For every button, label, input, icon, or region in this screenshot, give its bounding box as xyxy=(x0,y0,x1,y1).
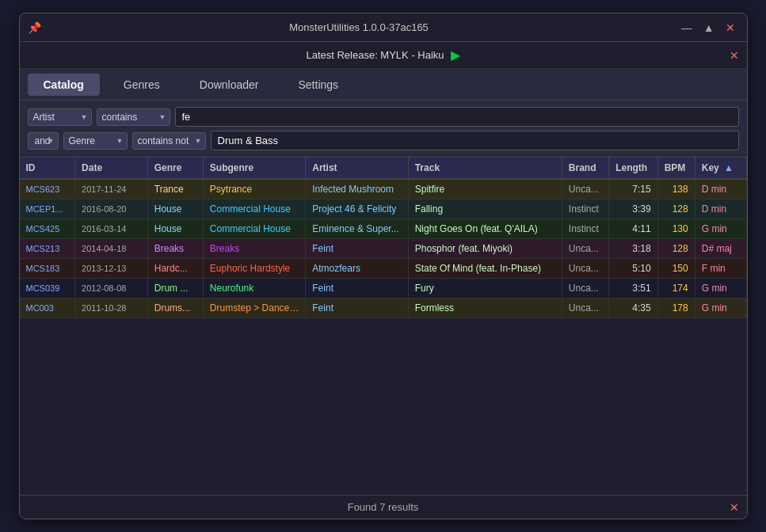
filter2-condition-select[interactable]: contains not contains equals xyxy=(132,132,206,150)
col-subgenre[interactable]: Subgenre xyxy=(203,158,305,179)
filter1-field-select[interactable]: Artist Track Genre Subgenre xyxy=(28,108,92,126)
table-row[interactable]: MCS0392012-08-08Drum ...NeurofunkFeintFu… xyxy=(20,279,747,298)
table-cell: Commercial House xyxy=(203,219,305,239)
table-cell: 174 xyxy=(657,279,695,298)
title-bar: 📌 MonsterUtilities 1.0.0-37ac165 — ▲ ✕ xyxy=(20,13,747,42)
app-title: MonsterUtilities 1.0.0-37ac165 xyxy=(289,21,429,33)
play-button[interactable]: ▶ xyxy=(451,48,460,63)
table-cell: Infected Mushroom xyxy=(306,179,408,200)
table-cell: 2014-04-18 xyxy=(75,239,148,259)
connector-wrapper: and or xyxy=(28,132,59,150)
table-cell: 3:39 xyxy=(609,200,657,219)
table-cell: 2017-11-24 xyxy=(75,179,148,200)
table-cell: House xyxy=(147,219,203,239)
table-cell: 128 xyxy=(657,239,695,259)
table-cell: Neurofunk xyxy=(203,279,305,298)
table-cell: House xyxy=(147,200,203,219)
tab-genres[interactable]: Genres xyxy=(108,74,176,96)
menu-bar: Catalog Genres Downloader Settings xyxy=(20,69,747,101)
table-cell: 138 xyxy=(657,179,695,200)
table-cell: MCS425 xyxy=(20,219,75,239)
table-cell: 2012-08-08 xyxy=(75,279,148,298)
tab-settings[interactable]: Settings xyxy=(282,74,354,96)
close-button[interactable]: ✕ xyxy=(722,20,739,36)
filter1-condition-select[interactable]: contains contains not equals xyxy=(97,108,170,126)
table-cell: Phosphor (feat. Miyoki) xyxy=(408,239,562,259)
filter1-field-wrapper: Artist Track Genre Subgenre xyxy=(28,108,92,126)
col-id[interactable]: ID xyxy=(20,158,75,179)
status-bar: Found 7 results ✕ xyxy=(20,495,747,519)
table-row[interactable]: MCS1832013-12-13Hardc...Euphoric Hardsty… xyxy=(20,259,747,279)
table-cell: Feint xyxy=(306,298,408,318)
notification-text: Latest Release: MYLK - Haiku xyxy=(306,49,444,61)
table-cell: 2013-12-13 xyxy=(75,259,148,279)
table-header-row: ID Date Genre Subgenre Artist Track Bran… xyxy=(20,158,747,179)
notification-close-button[interactable]: ✕ xyxy=(730,49,739,62)
table-cell: 5:10 xyxy=(609,259,657,279)
table-cell: 3:18 xyxy=(609,239,657,259)
filter2-field-select[interactable]: Genre Artist Track Subgenre xyxy=(63,132,128,150)
table-cell: Falling xyxy=(408,200,562,219)
table-row[interactable]: MC0032011-10-28Drums...Drumstep > Dancef… xyxy=(20,298,747,318)
table-cell: Euphoric Hardstyle xyxy=(203,259,305,279)
notification-bar: Latest Release: MYLK - Haiku ▶ ✕ xyxy=(20,42,747,69)
filter-area: Artist Track Genre Subgenre contains con… xyxy=(20,101,747,158)
table-row[interactable]: MCS2132014-04-18BreaksBreaksFeintPhospho… xyxy=(20,239,747,259)
filter2-field-wrapper: Genre Artist Track Subgenre xyxy=(63,132,128,150)
table-cell: Spitfire xyxy=(408,179,562,200)
table-cell: Unca... xyxy=(562,259,608,279)
filter1-value-input[interactable] xyxy=(175,107,739,127)
table-row[interactable]: MCEP1...2016-08-20HouseCommercial HouseP… xyxy=(20,200,747,219)
pin-icon[interactable]: 📌 xyxy=(28,21,41,34)
table-row[interactable]: MCS4252016-03-14HouseCommercial HouseEmi… xyxy=(20,219,747,239)
table-cell: Unca... xyxy=(562,179,608,200)
col-date[interactable]: Date xyxy=(75,158,148,179)
col-length[interactable]: Length xyxy=(609,158,657,179)
table-row[interactable]: MCS6232017-11-24TrancePsytranceInfected … xyxy=(20,179,747,200)
table-cell: 2016-08-20 xyxy=(75,200,148,219)
col-artist[interactable]: Artist xyxy=(306,158,408,179)
filter1-condition-wrapper: contains contains not equals xyxy=(97,108,170,126)
table-cell: MCEP1... xyxy=(20,200,75,219)
status-close-button[interactable]: ✕ xyxy=(730,501,739,514)
filter2-condition-wrapper: contains not contains equals xyxy=(132,132,206,150)
table-cell: Drumstep > Dancef... xyxy=(203,298,305,318)
col-track[interactable]: Track xyxy=(408,158,562,179)
table-cell: MCS039 xyxy=(20,279,75,298)
table-cell: 2011-10-28 xyxy=(75,298,148,318)
table-body: MCS6232017-11-24TrancePsytranceInfected … xyxy=(20,179,747,318)
table-cell: Unca... xyxy=(562,298,608,318)
table-cell: 130 xyxy=(657,219,695,239)
minimize-button[interactable]: — xyxy=(677,20,696,36)
connector-select[interactable]: and or xyxy=(28,132,59,150)
tab-downloader[interactable]: Downloader xyxy=(184,74,275,96)
table-cell: Project 46 & Felicity xyxy=(306,200,408,219)
table-cell: 178 xyxy=(657,298,695,318)
table-cell: 4:11 xyxy=(609,219,657,239)
table-cell: G min xyxy=(695,279,746,298)
table-cell: Unca... xyxy=(562,279,608,298)
col-genre[interactable]: Genre xyxy=(147,158,203,179)
title-bar-right: — ▲ ✕ xyxy=(677,20,739,36)
filter-row-1: Artist Track Genre Subgenre contains con… xyxy=(28,107,739,127)
col-brand[interactable]: Brand xyxy=(562,158,608,179)
table-cell: Commercial House xyxy=(203,200,305,219)
table-cell: 2016-03-14 xyxy=(75,219,148,239)
table-cell: MCS623 xyxy=(20,179,75,200)
col-bpm[interactable]: BPM xyxy=(657,158,695,179)
title-bar-left: 📌 xyxy=(28,21,41,34)
table-cell: Psytrance xyxy=(203,179,305,200)
table-cell: MCS183 xyxy=(20,259,75,279)
results-table-container[interactable]: ID Date Genre Subgenre Artist Track Bran… xyxy=(20,158,747,495)
sort-arrow-icon: ▲ xyxy=(724,162,734,173)
table-cell: 150 xyxy=(657,259,695,279)
filter2-value-input[interactable] xyxy=(211,131,739,150)
status-text: Found 7 results xyxy=(348,501,419,513)
tab-catalog[interactable]: Catalog xyxy=(28,74,100,96)
col-key[interactable]: Key ▲ xyxy=(695,158,746,179)
results-table: ID Date Genre Subgenre Artist Track Bran… xyxy=(20,158,747,318)
restore-button[interactable]: ▲ xyxy=(699,20,718,36)
table-cell: D min xyxy=(695,200,746,219)
table-cell: Breaks xyxy=(147,239,203,259)
table-cell: Instinct xyxy=(562,200,608,219)
